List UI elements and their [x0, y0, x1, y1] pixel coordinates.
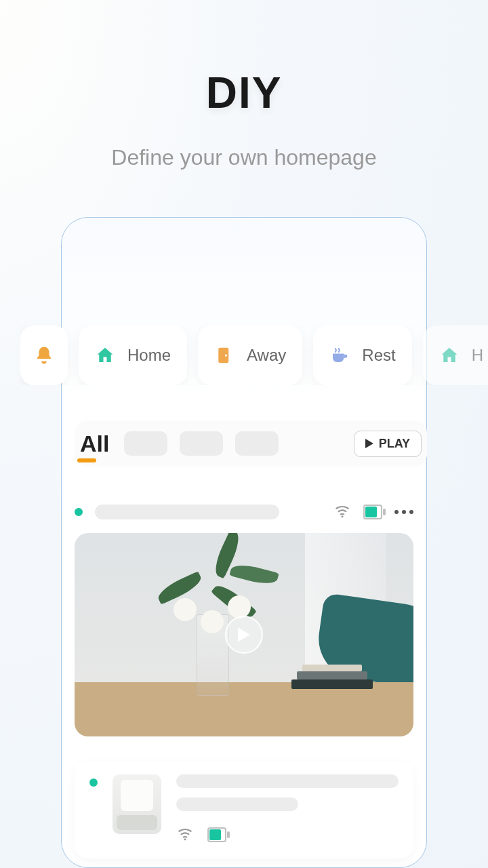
tab-placeholder[interactable]	[180, 431, 223, 456]
bell-icon	[34, 345, 54, 366]
page-title: DIY	[0, 68, 488, 118]
play-button-label: PLAY	[379, 437, 410, 451]
device-info	[176, 774, 399, 845]
home-icon	[439, 345, 460, 366]
scene-books	[291, 662, 373, 689]
battery-icon	[363, 505, 382, 519]
device-name-placeholder	[95, 505, 279, 519]
svg-point-1	[225, 354, 227, 356]
scene-table	[75, 682, 413, 736]
wifi-icon	[176, 825, 194, 845]
tab-placeholder[interactable]	[124, 431, 167, 456]
quick-chip-label: Away	[247, 346, 286, 365]
play-button[interactable]: PLAY	[354, 431, 422, 457]
play-icon	[365, 439, 373, 448]
camera-preview-card[interactable]	[75, 533, 413, 736]
status-dot-online	[75, 508, 83, 516]
quick-chip-label: H	[472, 346, 483, 365]
tab-all[interactable]: All	[77, 431, 112, 457]
status-dot-online	[89, 778, 98, 787]
device-card-header	[75, 502, 413, 522]
svg-point-2	[341, 515, 343, 517]
quick-chip-away[interactable]: Away	[198, 326, 302, 385]
device-status-placeholder	[176, 797, 298, 811]
quick-chip-extra[interactable]: H	[423, 326, 488, 385]
wifi-icon	[333, 502, 351, 522]
video-play-button[interactable]	[225, 616, 263, 654]
battery-icon	[207, 827, 226, 842]
quick-actions-row: Home Away Rest H	[20, 326, 488, 385]
play-icon	[238, 627, 250, 642]
svg-point-3	[184, 838, 186, 840]
quick-chip-notifications[interactable]	[20, 326, 68, 385]
device-thumbnail	[113, 774, 161, 834]
tab-placeholder[interactable]	[235, 431, 279, 456]
quick-chip-home[interactable]: Home	[79, 326, 187, 385]
device-card[interactable]	[75, 761, 413, 859]
device-name-placeholder	[176, 774, 399, 788]
quick-chip-rest[interactable]: Rest	[313, 326, 411, 385]
quick-chip-label: Home	[127, 346, 171, 365]
more-icon[interactable]	[394, 510, 413, 514]
home-icon	[95, 345, 115, 366]
filter-row: All PLAY	[75, 420, 427, 467]
cup-icon	[329, 345, 350, 366]
door-icon	[214, 345, 235, 366]
page-subtitle: Define your own homepage	[0, 145, 488, 170]
quick-chip-label: Rest	[362, 346, 395, 365]
scene-leaves	[156, 540, 291, 635]
